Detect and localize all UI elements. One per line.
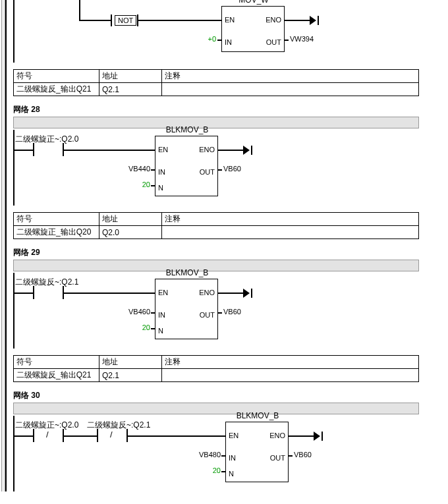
ladder-top: NOT MOV_W EN ENO IN OUT +0 VW394 bbox=[13, 0, 448, 63]
out-value: VB60 bbox=[294, 451, 312, 459]
contact-label: 二级螺旋正~:Q2.0 bbox=[15, 134, 78, 145]
pin-en: EN bbox=[225, 16, 235, 24]
block-title: BLKMOV_B bbox=[226, 411, 289, 420]
table-row: 二级螺旋正_输出Q20 Q2.0 bbox=[14, 226, 419, 239]
pin-in: IN bbox=[225, 38, 232, 46]
eno-arrow-icon bbox=[243, 289, 250, 298]
pin-eno: ENO bbox=[266, 16, 281, 24]
pin-n: N bbox=[158, 184, 163, 192]
out-value: VB60 bbox=[223, 308, 241, 316]
network-title: 网络 29 bbox=[13, 247, 448, 258]
block-blkmov-b: BLKMOV_B EN ENO IN OUT N bbox=[155, 279, 218, 339]
in-value: VB480 bbox=[194, 451, 221, 459]
in-value: +0 bbox=[200, 35, 216, 43]
network-30: 网络 30 二级螺旋正~:Q2.0 / 二级螺旋反~:Q2.1 / BLKMOV… bbox=[13, 390, 448, 491]
not-label: NOT bbox=[115, 15, 136, 26]
th-symbol: 符号 bbox=[14, 70, 99, 83]
network-title: 网络 28 bbox=[13, 104, 448, 115]
out-value: VB60 bbox=[223, 165, 241, 173]
nc-slash-icon: / bbox=[110, 430, 113, 439]
contact-label: 二级螺旋反~:Q2.1 bbox=[15, 277, 78, 288]
eno-arrow-icon bbox=[314, 432, 320, 441]
out-value: VW394 bbox=[290, 35, 314, 43]
network-title: 网络 30 bbox=[13, 390, 448, 401]
th-comment: 注释 bbox=[162, 70, 419, 83]
block-blkmov-b: BLKMOV_B EN ENO IN OUT N bbox=[225, 422, 289, 482]
symbol-table-28: 符号 地址 注释 二级螺旋正_输出Q20 Q2.0 bbox=[13, 212, 419, 239]
table-row: 二级螺旋反_输出Q21 Q2.1 bbox=[14, 369, 419, 382]
block-blkmov-b: BLKMOV_B EN ENO IN OUT N bbox=[155, 136, 218, 196]
n-value: 20 bbox=[137, 323, 150, 331]
nc-slash-icon: / bbox=[46, 430, 49, 439]
ladder-28: 二级螺旋正~:Q2.0 BLKMOV_B EN ENO IN OUT N VB4… bbox=[13, 130, 448, 206]
block-title: BLKMOV_B bbox=[155, 268, 219, 277]
pin-out: OUT bbox=[266, 38, 281, 46]
symbol-table-29: 符号 地址 注释 二级螺旋反_输出Q21 Q2.1 bbox=[13, 355, 419, 382]
pin-eno: ENO bbox=[199, 146, 215, 154]
pin-out: OUT bbox=[200, 168, 215, 176]
ladder-29: 二级螺旋反~:Q2.1 BLKMOV_B EN ENO IN OUT N VB4… bbox=[13, 273, 448, 349]
ladder-30: 二级螺旋正~:Q2.0 / 二级螺旋反~:Q2.1 / BLKMOV_B EN … bbox=[13, 416, 448, 491]
block-title: BLKMOV_B bbox=[155, 125, 219, 134]
block-title: MOV_W bbox=[222, 0, 285, 5]
comment-bar[interactable] bbox=[13, 403, 419, 414]
eno-arrow-icon bbox=[243, 146, 250, 155]
th-address: 地址 bbox=[99, 70, 162, 83]
n-value: 20 bbox=[208, 466, 221, 474]
pin-en: EN bbox=[158, 146, 168, 154]
eno-arrow-icon bbox=[310, 16, 316, 25]
in-value: VB440 bbox=[124, 165, 150, 173]
block-mov-w: MOV_W EN ENO IN OUT bbox=[221, 6, 285, 52]
network-top: NOT MOV_W EN ENO IN OUT +0 VW394 符号 地址 注… bbox=[13, 0, 448, 96]
network-28: 网络 28 二级螺旋正~:Q2.0 BLKMOV_B EN ENO IN OUT… bbox=[13, 104, 448, 239]
pin-in: IN bbox=[158, 168, 165, 176]
symbol-table-top: 符号 地址 注释 二级螺旋反_输出Q21 Q2.1 bbox=[13, 69, 419, 96]
n-value: 20 bbox=[137, 181, 150, 188]
table-row: 二级螺旋反_输出Q21 Q2.1 bbox=[14, 83, 419, 96]
in-value: VB460 bbox=[124, 308, 150, 316]
network-29: 网络 29 二级螺旋反~:Q2.1 BLKMOV_B EN ENO IN OUT… bbox=[13, 247, 448, 382]
